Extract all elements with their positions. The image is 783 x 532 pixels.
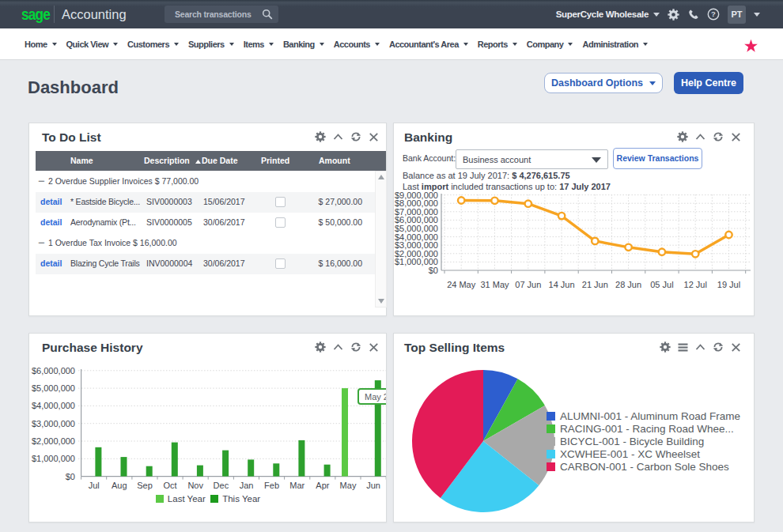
svg-text:Sep: Sep <box>137 481 153 490</box>
svg-text:21 Jun: 21 Jun <box>582 280 608 289</box>
svg-text:$0: $0 <box>66 472 75 481</box>
svg-text:31 May: 31 May <box>480 280 509 289</box>
svg-text:$5,000,000: $5,000,000 <box>32 383 75 393</box>
svg-text:Mar: Mar <box>289 481 304 490</box>
svg-text:Aug: Aug <box>112 481 127 490</box>
svg-text:Oct: Oct <box>164 481 177 490</box>
svg-text:$3,000,000: $3,000,000 <box>32 419 75 428</box>
svg-text:05 Jul: 05 Jul <box>650 280 673 289</box>
svg-text:?: ? <box>711 9 716 18</box>
svg-text:Jan: Jan <box>240 481 254 490</box>
svg-text:Dec: Dec <box>214 481 229 490</box>
svg-text:Nov: Nov <box>187 481 203 490</box>
svg-text:$6,000,000: $6,000,000 <box>32 366 75 375</box>
svg-text:$0: $0 <box>429 266 438 275</box>
svg-text:28 Jun: 28 Jun <box>615 280 641 289</box>
svg-text:May: May <box>340 481 357 490</box>
svg-text:$1,000,000: $1,000,000 <box>32 454 75 463</box>
svg-text:Apr: Apr <box>316 481 329 490</box>
svg-text:07 Jun: 07 Jun <box>515 280 541 289</box>
svg-text:14 Jun: 14 Jun <box>549 280 575 289</box>
svg-text:24 May: 24 May <box>447 280 476 289</box>
svg-text:Jul: Jul <box>89 481 100 490</box>
svg-text:19 Jul: 19 Jul <box>717 280 740 289</box>
svg-text:$4,000,000: $4,000,000 <box>32 401 75 410</box>
svg-text:Feb: Feb <box>264 481 279 490</box>
svg-text:Jun: Jun <box>366 481 380 490</box>
svg-text:12 Jul: 12 Jul <box>684 280 707 289</box>
svg-text:$2,000,000: $2,000,000 <box>32 436 75 446</box>
